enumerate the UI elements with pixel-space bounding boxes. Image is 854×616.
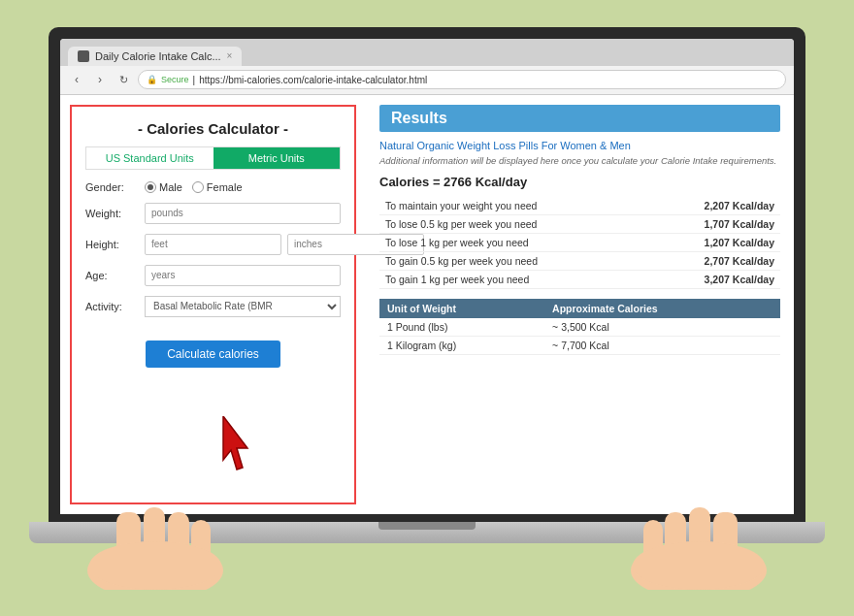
table-row: 1 Kilogram (kg)~ 7,700 Kcal [379, 336, 780, 354]
tab-metric[interactable]: Metric Units [214, 147, 341, 169]
laptop-notch [378, 522, 476, 530]
male-label: Male [159, 181, 182, 193]
height-row: Height: [85, 234, 341, 255]
results-panel: Results Natural Organic Weight Loss Pill… [366, 95, 794, 514]
browser-tabs: Daily Calorie Intake Calc... × [60, 39, 794, 66]
lock-icon: 🔒 [147, 75, 157, 84]
svg-point-6 [89, 541, 221, 590]
calc-title: - Calories Calculator - [85, 120, 341, 137]
calories-summary: Calories = 2766 Kcal/day [379, 175, 780, 189]
back-button[interactable]: ‹ [68, 71, 85, 88]
svg-marker-0 [223, 416, 247, 470]
forward-button[interactable]: › [91, 71, 109, 88]
svg-point-12 [633, 541, 765, 590]
refresh-button[interactable]: ↻ [115, 71, 132, 88]
gender-female[interactable]: Female [192, 181, 243, 193]
url-text: https://bmi-calories.com/calorie-intake-… [199, 75, 427, 85]
table-row: 1 Pound (lbs)~ 3,500 Kcal [379, 318, 780, 337]
url-separator: | [193, 75, 196, 85]
age-row: Age: [85, 265, 341, 286]
results-header: Results [379, 105, 780, 132]
female-label: Female [207, 181, 243, 193]
table-row: To gain 1 kg per week you need3,207 Kcal… [379, 270, 780, 288]
table-row: To lose 0.5 kg per week you need1,707 Kc… [379, 214, 780, 233]
laptop-wrapper: Daily Calorie Intake Calc... × ‹ › ↻ 🔒 S… [29, 27, 825, 590]
results-ad-link[interactable]: Natural Organic Weight Loss Pills For Wo… [379, 140, 780, 151]
page-content: - Calories Calculator - US Standard Unit… [60, 95, 794, 514]
height-feet-input[interactable] [145, 234, 281, 255]
weight-table: Unit of WeightApproximate Calories 1 Pou… [379, 299, 780, 355]
weight-label: Weight: [85, 208, 139, 219]
gender-male[interactable]: Male [145, 181, 182, 193]
table-row: To lose 1 kg per week you need1,207 Kcal… [379, 233, 780, 251]
gender-label: Gender: [85, 181, 139, 193]
secure-label: Secure [161, 75, 189, 84]
activity-label: Activity: [85, 301, 139, 312]
age-input[interactable] [145, 265, 341, 286]
tab-favicon-icon [78, 50, 89, 62]
calories-table: To maintain your weight you need2,207 Kc… [379, 197, 780, 289]
svg-point-1 [87, 541, 223, 590]
red-cursor-icon [214, 416, 262, 479]
laptop-base [29, 522, 825, 543]
address-bar[interactable]: 🔒 Secure | https://bmi-calories.com/calo… [138, 70, 786, 89]
calculate-calories-button[interactable]: Calculate calories [146, 340, 280, 368]
table-row: To gain 0.5 kg per week you need2,707 Kc… [379, 251, 780, 270]
tab-close-button[interactable]: × [227, 50, 233, 61]
tab-us-standard[interactable]: US Standard Units [86, 147, 214, 169]
unit-tabs: US Standard Units Metric Units [85, 146, 341, 170]
results-note: Additional information will be displayed… [379, 155, 780, 167]
gender-radio-group: Male Female [145, 181, 243, 193]
calc-button-container: Calculate calories [85, 327, 341, 368]
screen: Daily Calorie Intake Calc... × ‹ › ↻ 🔒 S… [49, 27, 805, 522]
activity-select[interactable]: Basal Metabolic Rate (BMR [145, 296, 341, 317]
weight-row: Weight: [85, 203, 341, 224]
tab-title: Daily Calorie Intake Calc... [95, 50, 221, 62]
browser-toolbar: ‹ › ↻ 🔒 Secure | https://bmi-calories.co… [60, 66, 794, 95]
calculator-panel: - Calories Calculator - US Standard Unit… [70, 105, 356, 504]
female-radio-button[interactable] [192, 181, 204, 193]
height-label: Height: [85, 239, 139, 250]
activity-row: Activity: Basal Metabolic Rate (BMR [85, 296, 341, 317]
gender-row: Gender: Male Female [85, 181, 341, 193]
browser-chrome: Daily Calorie Intake Calc... × ‹ › ↻ 🔒 S… [60, 39, 794, 514]
weight-input[interactable] [145, 203, 341, 224]
browser-tab[interactable]: Daily Calorie Intake Calc... × [68, 47, 242, 66]
svg-point-7 [631, 541, 767, 590]
age-label: Age: [85, 270, 139, 281]
table-row: To maintain your weight you need2,207 Kc… [379, 197, 780, 215]
male-radio-button[interactable] [145, 181, 156, 193]
